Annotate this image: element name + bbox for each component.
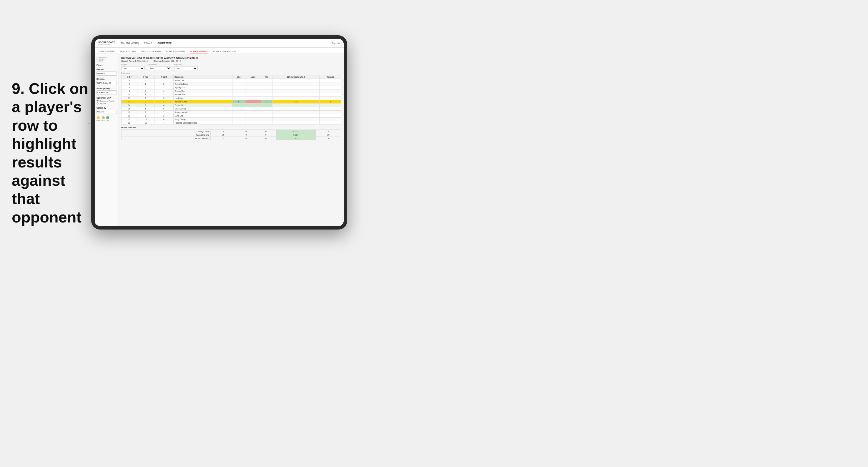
annotation-text: 9. Click on a player's row to highlight … <box>12 80 94 226</box>
gender-label: Gender <box>96 68 117 71</box>
last-updated: Last Updated: 27/03/2024 16:55:28 <box>96 57 117 62</box>
out-of-division-label: Out of division <box>121 127 341 129</box>
tab-player-h2h-heatmap[interactable]: PLAYER H2H HEATMAP <box>213 50 236 54</box>
col-tie: Tie <box>261 75 272 79</box>
opponent-view-radios: Opponents Played Top 100 <box>96 100 117 104</box>
table-header-row: # Div # Reg # Conf Opponent Win Loss Tie… <box>122 75 341 79</box>
legend-level: Level <box>101 116 105 122</box>
col-rounds: Rounds <box>319 75 341 79</box>
table-row[interactable]: 1474Eunice Yi <box>122 103 341 107</box>
left-panel: Last Updated: 27/03/2024 16:55:28 Player… <box>95 54 119 226</box>
nav-tournaments[interactable]: TOURNAMENTS <box>120 42 140 44</box>
tab-player-summary[interactable]: PLAYER SUMMARY <box>166 50 185 54</box>
grid-title: Katelyn Vo Head-to-Head Grid for Women's… <box>121 57 341 59</box>
col-div: # Div <box>122 75 137 79</box>
opponent-filter-select[interactable]: (All) <box>174 66 198 70</box>
col-diff: Diff Av Strokes/Rnd <box>272 75 319 79</box>
table-row[interactable]: 20117Federica Domecq Lacroze <box>122 121 341 125</box>
division-section: Division NCAA Division III <box>96 78 117 85</box>
table-row[interactable]: 1133Haeji Hyun <box>122 96 341 100</box>
player-rank-label: Player (Rank) <box>96 87 117 89</box>
table-row[interactable]: 1822Euna Lee <box>122 114 341 118</box>
table-row[interactable]: 1691Jessica Mason <box>122 111 341 114</box>
sign-out-button[interactable]: Sign out <box>329 42 340 44</box>
legend-label-level: Level <box>101 120 105 122</box>
right-panel: Katelyn Vo Head-to-Head Grid for Women's… <box>119 54 344 226</box>
radio-dot-2 <box>96 102 99 104</box>
table-row[interactable]: 1585Stella Cheng <box>122 107 341 111</box>
region-filter-label: Region <box>121 64 145 66</box>
tablet-screen: SCOREBOARD Powered by clippd TOURNAMENTS… <box>95 39 344 226</box>
colour-by-section: Colour by Win/loss <box>96 107 117 114</box>
radio-opponents-played[interactable]: Opponents Played <box>96 100 117 102</box>
player-h2h-table: # Div # Reg # Conf Opponent Win Loss Tie… <box>121 75 341 125</box>
gender-select[interactable]: Women's <box>96 71 117 75</box>
col-conf: # Conf <box>154 75 174 79</box>
table-row[interactable]: 914Sharon Mun <box>122 89 341 93</box>
opponent-view-label: Opponent view <box>96 97 117 99</box>
table-row[interactable]: 19106Emily Chang <box>122 118 341 121</box>
legend-label-up: Up <box>107 120 108 122</box>
colour-by-select[interactable]: Win/loss <box>96 110 117 114</box>
table-row[interactable]: 1063Andrea York <box>122 93 341 96</box>
legend-circle-up <box>106 116 109 119</box>
division-select[interactable]: NCAA Division III <box>96 81 117 85</box>
out-of-division-table: Foreign Team1004.5002NAIA Division 11500… <box>121 129 341 141</box>
division-label: Division <box>96 78 117 80</box>
ood-row: Foreign Team1004.5002 <box>122 130 341 133</box>
colour-by-label: Colour by <box>96 107 117 109</box>
col-win: Win <box>232 75 245 79</box>
player-label: Player <box>96 64 117 66</box>
nav-bar: SCOREBOARD Powered by clippd TOURNAMENTS… <box>95 39 344 48</box>
legend-circle-level <box>102 116 105 119</box>
filter-row: Region (All) Conference (All) Opponent <box>121 64 341 70</box>
conference-filter-group: Conference (All) <box>148 64 171 70</box>
col-reg: # Reg <box>137 75 154 79</box>
opponent-view-section: Opponent view Opponents Played Top 100 <box>96 97 117 104</box>
tab-player-h2h-grid[interactable]: PLAYER H2H GRID <box>190 50 208 54</box>
legend: Down Level Up <box>96 116 117 122</box>
player-rank-section: Player (Rank) 8. Katelyn Vo <box>96 87 117 94</box>
table-row[interactable]: 522Alexis Sudjianto <box>122 83 341 86</box>
tab-team-h2h-heatmap[interactable]: TEAM H2H HEATMAP <box>141 50 161 54</box>
player-section: Player <box>96 64 117 66</box>
sub-nav: TEAM SUMMARY TEAM H2H GRID TEAM H2H HEAT… <box>95 48 344 54</box>
tab-team-h2h-grid[interactable]: TEAM H2H GRID <box>120 50 136 54</box>
opponent-filter-label: Opponent <box>174 64 198 66</box>
tab-team-summary[interactable]: TEAM SUMMARY <box>98 50 115 54</box>
tablet-frame: SCOREBOARD Powered by clippd TOURNAMENTS… <box>91 35 347 229</box>
player-rank-select[interactable]: 8. Katelyn Vo <box>96 90 117 94</box>
main-content: Last Updated: 27/03/2024 16:55:28 Player… <box>95 54 344 226</box>
radio-top100[interactable]: Top 100 <box>96 102 117 104</box>
division-record-label: Division Record: 331 - 34 - 6 <box>154 60 181 62</box>
radio-dot-1 <box>96 100 99 102</box>
region-filter-select[interactable]: (All) <box>121 66 145 70</box>
legend-label-down: Down <box>96 120 100 122</box>
col-opponent: Opponent <box>173 75 232 79</box>
opponents-label: Opponents: <box>121 72 341 74</box>
region-filter-group: Region (All) <box>121 64 145 70</box>
gender-section: Gender Women's <box>96 68 117 75</box>
overall-record-label: Overall Record: 353 - 34 - 6 <box>121 60 148 62</box>
ood-row: NCAA Division 25007.40010 <box>122 137 341 141</box>
nav-committee[interactable]: COMMITTEE <box>157 42 172 44</box>
conference-filter-label: Conference <box>148 64 171 66</box>
nav-teams[interactable]: TEAMS <box>143 42 153 44</box>
legend-circle-down <box>97 116 100 119</box>
opponent-filter-group: Opponent (All) <box>174 64 198 70</box>
records-row: Overall Record: 353 - 34 - 6 Division Re… <box>121 60 341 62</box>
col-loss: Loss <box>245 75 261 79</box>
table-row[interactable]: 613Sydney Kuo <box>122 86 341 89</box>
legend-down: Down <box>96 116 100 122</box>
ood-row: NAIA Division 115009.26730 <box>122 133 341 137</box>
logo: SCOREBOARD Powered by clippd <box>98 41 115 45</box>
table-row[interactable]: 331Esther Lee <box>122 79 341 83</box>
table-row[interactable]: 1311Jessica Huang010-3.002 <box>122 100 341 103</box>
nav-links: TOURNAMENTS TEAMS COMMITTEE <box>120 42 329 44</box>
conference-filter-select[interactable]: (All) <box>148 66 171 70</box>
legend-up: Up <box>106 116 109 122</box>
